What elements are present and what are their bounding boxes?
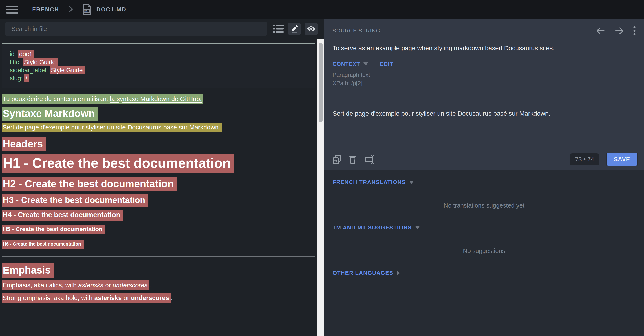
string-highlight[interactable]: H2 - Create the best documentation bbox=[2, 177, 177, 191]
suggestions-section: FRENCH TRANSLATIONS No translations sugg… bbox=[324, 170, 644, 336]
context-type: Paragraph text bbox=[332, 71, 636, 79]
markdown-link[interactable]: la syntaxe Markdown de GitHub. bbox=[110, 95, 202, 102]
context-toggle[interactable]: CONTEXT bbox=[332, 61, 360, 67]
chevron-down-icon bbox=[415, 226, 420, 229]
heading-emphasis: Emphasis bbox=[2, 265, 313, 276]
top-bar: FRENCH M↓ DOC1.MD bbox=[0, 0, 644, 19]
kebab-menu-icon[interactable] bbox=[634, 26, 636, 35]
string-highlight[interactable]: doc1 bbox=[18, 50, 34, 58]
string-highlight[interactable]: H4 - Create the best documentation bbox=[2, 210, 123, 221]
source-string-section: SOURCE STRING To serve as an example pag… bbox=[324, 19, 644, 102]
edit-mode-button[interactable] bbox=[288, 23, 301, 35]
document-content: id: doc1 title: Style Guide sidebar_labe… bbox=[0, 39, 317, 336]
pencil-icon bbox=[290, 25, 298, 33]
frontmatter-line: slug: / bbox=[10, 74, 307, 82]
chevron-right-icon bbox=[397, 271, 400, 275]
clear-translation-icon[interactable] bbox=[349, 155, 356, 164]
heading-h5: H5 - Create the best documentation bbox=[2, 226, 313, 232]
heading-syntaxe-markdown: Syntaxe Markdown bbox=[2, 108, 313, 119]
text-select-icon[interactable] bbox=[364, 155, 374, 164]
search-input[interactable] bbox=[5, 22, 267, 36]
translation-input[interactable]: Sert de page d'exemple pour styliser un … bbox=[332, 102, 636, 128]
chevron-down-icon bbox=[409, 181, 414, 184]
string-highlight[interactable]: Headers bbox=[2, 137, 46, 151]
string-highlight[interactable]: H1 - Create the best documentation bbox=[2, 154, 234, 173]
string-highlight[interactable]: Tu peux écrire du contenu en utilisant l… bbox=[2, 94, 203, 104]
svg-text:M↓: M↓ bbox=[85, 10, 88, 13]
string-highlight[interactable]: H5 - Create the best documentation bbox=[2, 225, 105, 234]
frontmatter-line: id: doc1 bbox=[10, 50, 307, 58]
breadcrumb-filename[interactable]: DOC1.MD bbox=[96, 6, 126, 13]
horizontal-rule bbox=[2, 256, 315, 257]
heading-h1: H1 - Create the best documentation bbox=[2, 156, 313, 170]
frontmatter-block: id: doc1 title: Style Guide sidebar_labe… bbox=[2, 43, 315, 88]
chevron-down-icon[interactable] bbox=[364, 63, 368, 66]
paragraph-emphasis: Emphasis, aka italics, with asterisks or… bbox=[2, 282, 313, 289]
breadcrumb-language[interactable]: FRENCH bbox=[32, 6, 59, 13]
other-languages-header[interactable]: OTHER LANGUAGES bbox=[332, 270, 636, 276]
string-highlight[interactable]: / bbox=[24, 74, 29, 82]
heading-h6: H6 - Create the best documentation bbox=[2, 241, 313, 247]
edit-context-button[interactable]: EDIT bbox=[380, 61, 393, 67]
chevron-right-icon bbox=[68, 6, 73, 14]
frontmatter-line: sidebar_label: Style Guide bbox=[10, 66, 307, 74]
string-highlight[interactable]: H3 - Create the best documentation bbox=[2, 194, 148, 207]
scrollbar-thumb[interactable] bbox=[319, 43, 323, 122]
copy-source-icon[interactable] bbox=[332, 155, 341, 164]
heading-h2: H2 - Create the best documentation bbox=[2, 178, 313, 189]
string-highlight[interactable]: H6 - Create the best documentation bbox=[2, 240, 84, 249]
active-string-highlight[interactable]: Sert de page d'exemple pour styliser un … bbox=[2, 123, 222, 132]
markdown-file-icon: M↓ bbox=[82, 4, 92, 16]
heading-headers: Headers bbox=[2, 138, 313, 149]
paragraph-intro: Tu peux écrire du contenu en utilisant l… bbox=[2, 95, 313, 103]
paragraph-active: Sert de page d'exemple pour styliser un … bbox=[2, 124, 313, 131]
string-highlight[interactable]: Strong emphasis, aka bold, with asterisk… bbox=[2, 293, 171, 303]
character-counter: 73 • 74 bbox=[570, 153, 599, 165]
frontmatter-line: title: Style Guide bbox=[10, 58, 307, 66]
translation-section: Sert de page d'exemple pour styliser un … bbox=[324, 102, 644, 170]
string-list-icon[interactable] bbox=[273, 24, 284, 34]
document-toolbar bbox=[0, 19, 324, 39]
string-highlight[interactable]: Emphasis bbox=[2, 263, 54, 277]
document-panel: id: doc1 title: Style Guide sidebar_labe… bbox=[0, 19, 324, 336]
translation-panel: SOURCE STRING To serve as an example pag… bbox=[324, 19, 644, 336]
string-highlight[interactable]: Syntaxe Markdown bbox=[2, 107, 98, 121]
document-scrollbar[interactable] bbox=[317, 39, 324, 336]
source-string-text: To serve as an example page when styling… bbox=[332, 45, 636, 52]
source-string-label: SOURCE STRING bbox=[332, 28, 380, 34]
paragraph-strong: Strong emphasis, aka bold, with asterisk… bbox=[2, 294, 313, 301]
string-highlight[interactable]: Style Guide bbox=[23, 58, 58, 66]
next-string-icon[interactable] bbox=[615, 27, 624, 34]
french-translations-header[interactable]: FRENCH TRANSLATIONS bbox=[332, 179, 636, 186]
preview-mode-button[interactable] bbox=[305, 23, 318, 35]
string-highlight[interactable]: Emphasis, aka italics, with asterisks or… bbox=[2, 280, 149, 290]
eye-icon bbox=[306, 26, 316, 32]
heading-h4: H4 - Create the best documentation bbox=[2, 211, 313, 219]
previous-string-icon[interactable] bbox=[596, 27, 605, 34]
string-highlight[interactable]: Style Guide bbox=[50, 66, 85, 74]
translation-toolbar: 73 • 74 SAVE bbox=[332, 152, 638, 166]
suggestions-empty-message: No suggestions bbox=[332, 247, 636, 254]
translations-empty-message: No translations suggested yet bbox=[332, 202, 636, 209]
heading-h3: H3 - Create the best documentation bbox=[2, 195, 313, 205]
menu-icon[interactable] bbox=[6, 5, 18, 14]
save-button[interactable]: SAVE bbox=[606, 152, 638, 166]
context-xpath: XPath: /p[2] bbox=[332, 79, 636, 87]
tm-mt-suggestions-header[interactable]: TM AND MT SUGGESTIONS bbox=[332, 224, 636, 231]
